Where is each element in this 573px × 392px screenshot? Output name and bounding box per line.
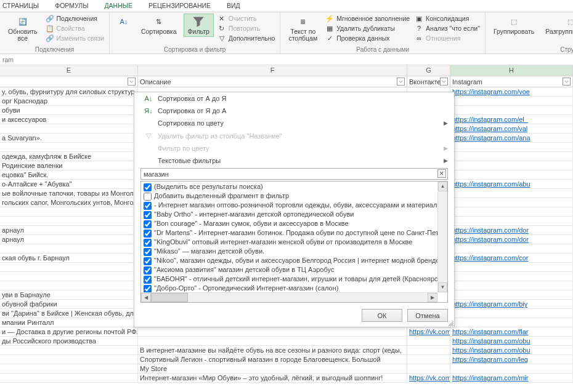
- cell[interactable]: [450, 106, 573, 114]
- cell[interactable]: [450, 97, 573, 105]
- filter-item-checkbox[interactable]: [144, 230, 152, 238]
- cell[interactable]: [450, 189, 573, 198]
- cell[interactable]: https://instagram.com/voe: [450, 87, 573, 96]
- cell[interactable]: [450, 263, 573, 271]
- consolidate-button[interactable]: ▣Консолидация: [413, 14, 481, 23]
- col-header-e[interactable]: E: [0, 65, 138, 76]
- text-filters-item[interactable]: Текстовые фильтры▶: [134, 154, 454, 167]
- filter-item-label[interactable]: "БАБОНЯ" - отличный детский интернет-маг…: [154, 275, 443, 282]
- cell[interactable]: [0, 355, 138, 364]
- cell[interactable]: https://instagram.com/obu: [450, 346, 573, 354]
- cell[interactable]: https://instagram.com/biy: [450, 300, 573, 308]
- connections-button[interactable]: 🔗Подключения: [44, 14, 105, 23]
- filter-item-checkbox[interactable]: [144, 276, 152, 284]
- reapply-button[interactable]: ↻Повторить: [216, 23, 277, 33]
- filter-item-label[interactable]: "Nikoo", магазин одежды, обуви и аксессу…: [154, 257, 448, 264]
- cell[interactable]: [450, 161, 573, 170]
- text-to-columns-button[interactable]: ≣Текст по столбцам: [284, 14, 322, 44]
- cell[interactable]: [0, 143, 138, 151]
- flash-fill-button[interactable]: ⚡Мгновенное заполнение: [324, 14, 411, 23]
- cell[interactable]: обувной фабрики: [0, 300, 138, 308]
- cell[interactable]: [138, 327, 407, 336]
- cell[interactable]: https://vk.com/club7009204: [407, 374, 450, 382]
- filter-item-label[interactable]: "Bon courage" - Магазин сумок, обуви и а…: [154, 220, 349, 227]
- cell[interactable]: [0, 244, 138, 253]
- cell[interactable]: и — Доставка в другие регионы почтой РФ.: [0, 327, 138, 336]
- tab-formulas[interactable]: ФОРМУЛЫ: [52, 1, 91, 12]
- data-validation-button[interactable]: ✓Проверка данных: [324, 33, 411, 43]
- cell[interactable]: арнаул: [0, 226, 138, 234]
- cell[interactable]: арнаул: [0, 235, 138, 244]
- edit-links-button[interactable]: 🔗Изменить связи: [44, 33, 105, 43]
- cell[interactable]: [450, 170, 573, 179]
- cell[interactable]: [450, 281, 573, 290]
- clear-search-button[interactable]: ✕: [437, 169, 446, 178]
- table-row[interactable]: My Store: [0, 364, 573, 374]
- tab-review[interactable]: РЕЦЕНЗИРОВАНИЕ: [146, 1, 213, 12]
- sort-color-item[interactable]: Сортировка по цвету▶: [134, 117, 454, 129]
- cell[interactable]: https://instagram.com/dor: [450, 235, 573, 244]
- filter-item-checkbox[interactable]: [144, 239, 152, 247]
- cell[interactable]: [450, 198, 573, 207]
- cell[interactable]: [407, 364, 450, 373]
- relationships-button[interactable]: ∞Отношения: [413, 33, 481, 43]
- col-header-g[interactable]: G: [407, 65, 450, 76]
- cell[interactable]: [0, 272, 138, 281]
- cell[interactable]: https://instagram.com/ana: [450, 134, 573, 142]
- cell[interactable]: https://instagram.com/flar: [450, 327, 573, 336]
- filter-item-label[interactable]: "Dr Martens" - Интернет-магазин ботинок.…: [154, 229, 448, 236]
- cell[interactable]: a Suvaryan».: [0, 134, 138, 142]
- table-row[interactable]: ды Российского производстваhttps://insta…: [0, 337, 573, 346]
- filter-item-checkbox[interactable]: [144, 211, 152, 219]
- cell[interactable]: https://instagram.com/cor: [450, 254, 573, 262]
- clear-filter-button[interactable]: ✕Очистить: [216, 14, 277, 23]
- filter-item-checkbox[interactable]: [144, 220, 152, 228]
- table-row[interactable]: Спортивный Легион - спортивный магазин в…: [0, 355, 573, 364]
- cell[interactable]: ви "Дарина" в Бийске | Женская обувь, дл: [0, 309, 138, 318]
- filter-item-label[interactable]: "Добро-Орто" - Ортопедический Интернет-м…: [154, 284, 338, 292]
- filter-item-checkbox[interactable]: [144, 248, 152, 256]
- filter-item-label[interactable]: "Baby Ortho" - интернет-магазин детской …: [154, 210, 354, 218]
- filter-item-checkbox[interactable]: [144, 266, 152, 274]
- table-row[interactable]: Интернет-магазин «Мир Обуви» – это удобн…: [0, 374, 573, 383]
- sort-button[interactable]: ⇅Сортировка: [137, 14, 181, 37]
- cell[interactable]: https://instagram.com/dor: [450, 226, 573, 234]
- cell[interactable]: В интернет-магазине вы найдёте обувь на …: [138, 346, 407, 354]
- cell[interactable]: [450, 309, 573, 318]
- cell[interactable]: [450, 290, 573, 299]
- tab-view[interactable]: ВИД: [224, 1, 243, 12]
- cancel-button[interactable]: Отмена: [407, 309, 448, 322]
- group-button[interactable]: ⬚Группировать: [489, 14, 538, 37]
- cell[interactable]: о-Алтайске + "Абувка": [0, 180, 138, 188]
- filter-toggle-f[interactable]: [397, 78, 405, 86]
- filter-item-label[interactable]: - Интернет магазин оптово-розничной торг…: [154, 201, 448, 209]
- cell[interactable]: [0, 124, 138, 133]
- cell[interactable]: [450, 244, 573, 253]
- table-row[interactable]: и — Доставка в другие регионы почтой РФ.…: [0, 327, 573, 337]
- advanced-filter-button[interactable]: ▽Дополнительно: [216, 33, 277, 43]
- col-header-h[interactable]: H: [450, 65, 573, 76]
- table-row[interactable]: В интернет-магазине вы найдёте обувь на …: [0, 346, 573, 355]
- cell[interactable]: [450, 272, 573, 281]
- remove-duplicates-button[interactable]: ▦Удалить дубликаты: [324, 23, 411, 33]
- cell[interactable]: уви в Барнауле: [0, 290, 138, 299]
- cell[interactable]: Интернет-магазин «Мир Обуви» – это удобн…: [138, 374, 407, 382]
- cell[interactable]: [450, 318, 573, 327]
- resize-grip[interactable]: [447, 320, 453, 326]
- cell[interactable]: мпании Ринталл: [0, 318, 138, 327]
- cell[interactable]: у, обувь, фурнитуру для силовых структур…: [0, 87, 138, 96]
- filter-search-input[interactable]: [140, 168, 448, 180]
- cell[interactable]: My Store: [138, 364, 407, 373]
- tab-page-layout[interactable]: СТРАНИЦЫ: [0, 1, 41, 12]
- cell[interactable]: ецовка" Бийск.: [0, 170, 138, 179]
- cell[interactable]: Родинские валенки: [0, 161, 138, 170]
- cell[interactable]: [0, 263, 138, 271]
- name-box[interactable]: ram: [0, 54, 573, 65]
- filter-item-label[interactable]: "Mikaso" — магазин детской обуви.: [154, 247, 264, 255]
- cell[interactable]: обуви: [0, 106, 138, 114]
- cell[interactable]: [0, 346, 138, 354]
- filter-toggle-g[interactable]: [440, 78, 448, 86]
- cell[interactable]: https://instagram.com/el_: [450, 115, 573, 124]
- cell[interactable]: https://instagram.com/obu: [450, 337, 573, 345]
- cell[interactable]: [450, 364, 573, 373]
